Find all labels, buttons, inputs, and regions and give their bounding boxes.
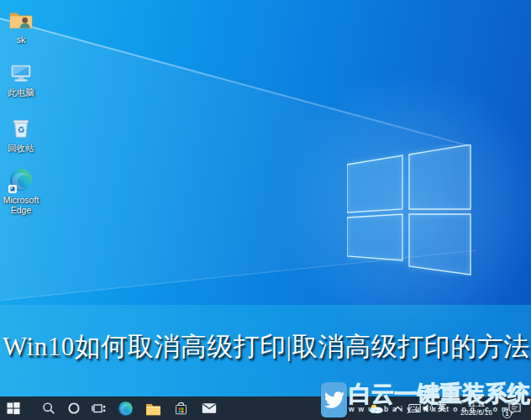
edge-icon (8, 167, 34, 194)
cortana-button[interactable] (65, 396, 83, 420)
tray-touch-keyboard[interactable] (407, 396, 422, 420)
start-button[interactable] (4, 396, 23, 420)
tray-clock[interactable]: 11:11 2022/6/16 (454, 396, 499, 420)
microsoft-store-button[interactable] (171, 396, 190, 420)
touch-keyboard-icon (408, 403, 421, 413)
task-view-button[interactable] (89, 396, 108, 420)
tray-volume[interactable] (422, 396, 435, 420)
this-pc-icon (8, 60, 34, 87)
desktop-icon-this-pc[interactable]: 此电脑 (1, 60, 41, 97)
tray-notifications[interactable]: 1 (505, 396, 523, 420)
desktop: sk 此电脑 ♻ 回收站 (0, 0, 531, 420)
desktop-icon-recycle-bin[interactable]: ♻ 回收站 (1, 115, 41, 153)
edge-icon (118, 401, 134, 417)
search-icon (42, 402, 55, 415)
recycle-bin-icon: ♻ (8, 115, 34, 142)
tray-hidden-icons[interactable] (391, 396, 404, 420)
desktop-icon-label: Microsoft Edge (1, 195, 41, 215)
mail-button[interactable] (200, 396, 218, 420)
user-folder-icon (8, 7, 34, 34)
notification-badge: 1 (502, 409, 512, 418)
windows-start-icon (7, 402, 20, 415)
cortana-icon (67, 402, 81, 415)
mail-icon (202, 402, 217, 414)
desktop-icon-sk[interactable]: sk (1, 7, 41, 45)
desktop-icon-label: sk (17, 34, 26, 45)
page-title: Win10如何取消高级打印|取消高级打印的方法 (3, 329, 531, 365)
clock-date: 2022/6/16 (460, 408, 492, 417)
file-explorer-button[interactable] (144, 396, 162, 420)
volume-icon (423, 403, 434, 413)
chevron-up-icon (392, 404, 403, 413)
tray-weather[interactable] (368, 396, 385, 420)
file-explorer-icon (145, 402, 161, 416)
taskbar: 英 11:11 2022/6/16 1 (0, 396, 531, 420)
task-view-icon (92, 402, 106, 415)
search-button[interactable] (39, 396, 58, 420)
windows-logo-icon (347, 144, 471, 276)
desktop-icon-label: 此电脑 (8, 87, 34, 97)
taskbar-edge-button[interactable] (116, 396, 134, 420)
weather-icon (369, 403, 384, 414)
clock-time: 11:11 (468, 400, 485, 408)
microsoft-store-icon (174, 402, 188, 416)
desktop-icon-edge[interactable]: Microsoft Edge (1, 167, 41, 215)
svg-text:♻: ♻ (17, 125, 24, 134)
desktop-icon-label: 回收站 (8, 143, 34, 153)
tray-ime-indicator[interactable]: 英 (435, 396, 449, 420)
